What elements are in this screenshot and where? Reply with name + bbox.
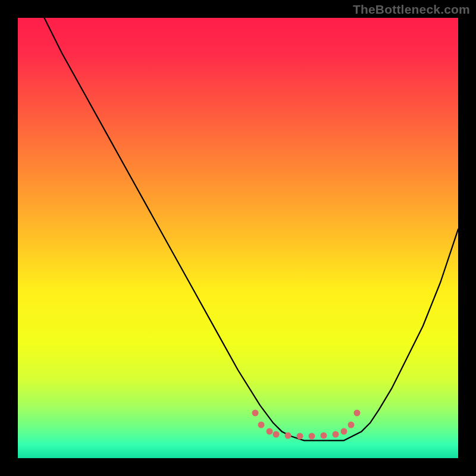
- marker-dot: [267, 428, 273, 435]
- chart-stage: TheBottleneck.com: [0, 0, 476, 476]
- marker-dot: [341, 428, 347, 435]
- marker-dot: [309, 433, 315, 440]
- gradient-background: [18, 18, 458, 458]
- marker-dot: [297, 433, 303, 440]
- plot-area: [18, 18, 458, 458]
- marker-dot: [321, 433, 327, 439]
- marker-dot: [258, 422, 265, 428]
- marker-dot: [354, 410, 361, 416]
- marker-dot: [285, 433, 292, 439]
- watermark-text: TheBottleneck.com: [353, 2, 470, 17]
- marker-dot: [348, 422, 355, 428]
- marker-dot: [273, 431, 280, 438]
- plot-svg: [18, 18, 458, 458]
- marker-dot: [333, 431, 339, 438]
- marker-dot: [252, 410, 259, 416]
